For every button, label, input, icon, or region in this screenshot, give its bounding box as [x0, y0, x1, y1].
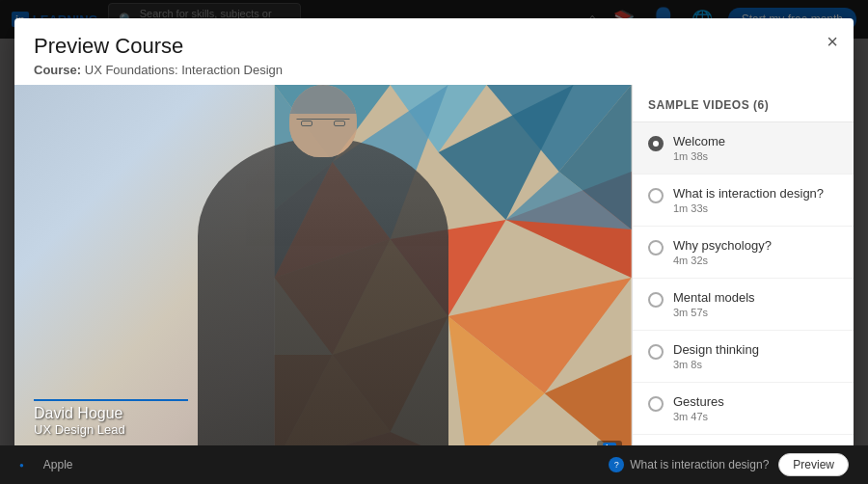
list-item[interactable]: Mental models 3m 57s [633, 279, 854, 331]
video-duration: 3m 47s [673, 411, 838, 422]
video-info: Why psychology? 4m 32s [673, 238, 838, 266]
radio-button-mental-models [648, 292, 664, 308]
bottom-bar-right: ? What is interaction design? Preview [609, 453, 849, 476]
instructor-name: David Hogue [34, 405, 188, 422]
sample-videos-list: Welcome 1m 38s What is interaction desig… [633, 122, 854, 466]
video-list-sidebar: SAMPLE VIDEOS (6) Welcome 1m 38s [632, 85, 854, 466]
name-tag-bar [34, 399, 188, 401]
video-info: What is interaction design? 1m 33s [673, 186, 838, 214]
modal-header: Preview Course Course: UX Foundations: I… [14, 18, 854, 85]
radio-button-psychology [648, 240, 664, 255]
video-title: What is interaction design? [673, 186, 838, 201]
video-info: Design thinking 3m 8s [673, 342, 838, 370]
modal-title: Preview Course [34, 34, 834, 59]
sidebar-header: SAMPLE VIDEOS (6) [633, 85, 854, 122]
video-title: Design thinking [673, 342, 838, 357]
radio-button-gestures [648, 396, 664, 412]
instructor-title: UX Design Lead [34, 422, 188, 437]
instructor-body [198, 138, 448, 466]
video-title: Why psychology? [673, 238, 838, 253]
video-title: Gestures [673, 394, 838, 409]
course-label: Course: [34, 63, 81, 77]
bottom-dot: ● [19, 461, 24, 470]
bottom-q-icon: ? [609, 457, 624, 472]
bottom-question-text: What is interaction design? [630, 458, 769, 471]
list-item[interactable]: Design thinking 3m 8s [633, 331, 854, 383]
bottom-item: Apple [43, 458, 73, 471]
close-button[interactable]: × [827, 32, 838, 51]
video-title: Welcome [673, 134, 838, 148]
preview-button[interactable]: Preview [778, 453, 849, 476]
video-duration: 3m 8s [673, 359, 838, 370]
modal-subtitle: Course: UX Foundations: Interaction Desi… [34, 63, 834, 77]
video-info: Welcome 1m 38s [673, 134, 838, 162]
list-item[interactable]: Gestures 3m 47s [633, 383, 854, 435]
modal-body: David Hogue UX Design Lead in SAMPLE VID… [14, 85, 854, 466]
video-duration: 1m 38s [673, 150, 838, 162]
list-item[interactable]: Welcome 1m 38s [633, 122, 854, 175]
video-duration: 1m 33s [673, 202, 838, 214]
instructor-head [289, 85, 357, 157]
preview-course-modal: Preview Course Course: UX Foundations: I… [14, 18, 854, 466]
video-title: Mental models [673, 290, 838, 305]
video-duration: 3m 57s [673, 307, 838, 318]
video-duration: 4m 32s [673, 255, 838, 266]
video-info: Mental models 3m 57s [673, 290, 838, 318]
list-item[interactable]: What is interaction design? 1m 33s [633, 175, 854, 227]
list-item[interactable]: Why psychology? 4m 32s [633, 227, 854, 279]
radio-button-design-thinking [648, 344, 664, 360]
radio-button-interaction [648, 188, 664, 203]
video-content: David Hogue UX Design Lead in [14, 85, 632, 466]
bottom-bar: ● Apple ? What is interaction design? Pr… [0, 445, 868, 484]
instructor-name-tag: David Hogue UX Design Lead [34, 399, 188, 437]
bottom-question: ? What is interaction design? [609, 457, 769, 472]
modal-overlay: Preview Course Course: UX Foundations: I… [0, 0, 868, 484]
video-info: Gestures 3m 47s [673, 394, 838, 422]
video-player[interactable]: David Hogue UX Design Lead in [14, 85, 632, 466]
radio-button-welcome [648, 136, 664, 151]
course-name: UX Foundations: Interaction Design [85, 63, 283, 77]
